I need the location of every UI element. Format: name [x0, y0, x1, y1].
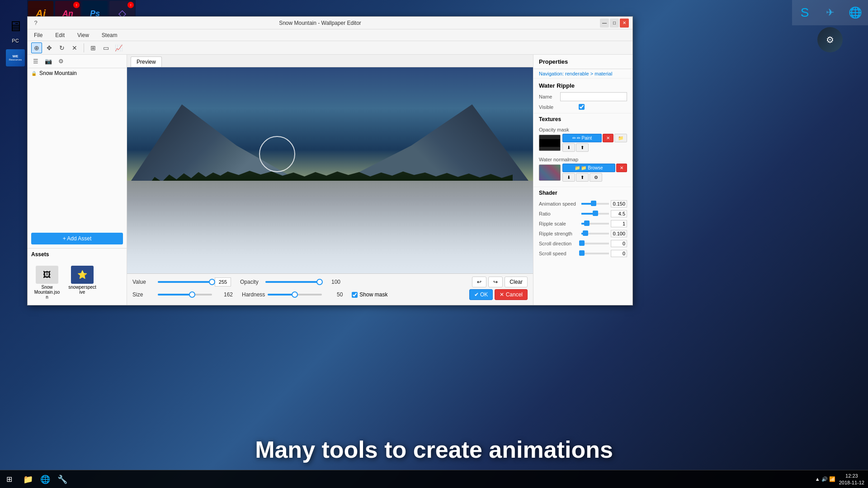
- undo-button[interactable]: ↩: [472, 277, 486, 287]
- settings-icon[interactable]: ⚙: [57, 57, 66, 66]
- size-fill: [158, 294, 192, 296]
- browse-button[interactable]: 📁 📁 Browse: [562, 164, 615, 172]
- value-thumb[interactable]: [209, 279, 215, 285]
- normalmap-delete-button[interactable]: ✕: [616, 164, 627, 172]
- taskbar-settings[interactable]: 🔧: [54, 471, 71, 488]
- shader-slider-2[interactable]: [581, 223, 609, 225]
- tool-close[interactable]: ✕: [69, 42, 80, 53]
- menu-steam[interactable]: Steam: [99, 31, 120, 39]
- shader-slider-5[interactable]: [581, 253, 609, 254]
- tool-refresh[interactable]: ↻: [57, 42, 67, 53]
- opacity-download-button[interactable]: ⬇: [562, 143, 575, 152]
- list-view-icon[interactable]: ☰: [31, 57, 40, 66]
- shader-slider-0[interactable]: [581, 203, 609, 205]
- properties-nav[interactable]: Navigation: renderable > material: [533, 69, 632, 79]
- opacity-thumb[interactable]: [316, 279, 323, 285]
- value-input[interactable]: [215, 277, 231, 286]
- redo-button[interactable]: ↪: [488, 277, 503, 287]
- taskbar-browser[interactable]: 🌐: [37, 471, 53, 488]
- value-control: Value: [132, 277, 231, 286]
- tool-select[interactable]: ⊕: [31, 42, 42, 53]
- normalmap-download-button[interactable]: ⬇: [562, 173, 575, 182]
- value-slider[interactable]: [158, 281, 212, 283]
- shader-thumb-4[interactable]: [579, 240, 585, 246]
- size-slider[interactable]: [158, 294, 212, 296]
- assets-grid: 🖼 SnowMountain.json ⭐ snowperspective: [28, 260, 127, 305]
- telegram-icon[interactable]: ✈: [817, 0, 843, 25]
- shader-slider-3[interactable]: [581, 233, 609, 235]
- tool-move[interactable]: ✥: [44, 42, 55, 53]
- maximize-button[interactable]: □: [610, 19, 619, 28]
- hardness-slider[interactable]: [268, 294, 322, 296]
- opacity-delete-button[interactable]: ✕: [603, 134, 613, 142]
- add-asset-button[interactable]: + Add Asset: [31, 233, 123, 244]
- menu-file[interactable]: File: [31, 31, 45, 39]
- opacity-folder-button[interactable]: 📁: [614, 134, 627, 142]
- shader-thumb-3[interactable]: [583, 230, 588, 236]
- toolbar-separator-1: [84, 43, 84, 52]
- shader-thumb-0[interactable]: [591, 201, 596, 206]
- start-button[interactable]: ⊞: [0, 470, 18, 488]
- normalmap-settings-button[interactable]: ⚙: [590, 173, 602, 182]
- clock-time: 12:23: [839, 473, 864, 479]
- water-normalmap-thumb: [539, 164, 561, 181]
- camera-icon[interactable]: 📷: [44, 57, 53, 66]
- vs-badge: !: [127, 2, 134, 8]
- tool-graph[interactable]: 📈: [113, 42, 124, 53]
- tool-grid[interactable]: ⊞: [88, 42, 99, 53]
- opacity-mask-label: Opacity mask: [539, 127, 627, 132]
- menu-view[interactable]: View: [75, 31, 92, 39]
- tex-btn-row-2: ⬇ ⬆: [562, 143, 627, 152]
- desktop-icon-we[interactable]: WE Resources: [2, 45, 29, 70]
- right-corner-icons: S ✈ 🌐 ⚙: [792, 0, 868, 54]
- asset-item-snowperspective[interactable]: ⭐ snowperspective: [66, 264, 98, 301]
- normalmap-upload-button[interactable]: ⬆: [576, 173, 589, 182]
- close-button[interactable]: ✕: [620, 19, 629, 28]
- asset-item-snowmountain[interactable]: 🖼 SnowMountain.json: [31, 264, 63, 301]
- tool-frame[interactable]: ▭: [100, 42, 111, 53]
- normalmap-btn-row-1: 📁 📁 Browse ✕: [562, 164, 627, 172]
- name-input[interactable]: [560, 92, 627, 101]
- menu-edit[interactable]: Edit: [52, 31, 67, 39]
- help-button[interactable]: ?: [31, 19, 40, 28]
- textures-section: Textures Opacity mask ✏: [533, 113, 632, 185]
- clear-button[interactable]: Clear: [505, 277, 528, 287]
- shader-row-1: Ratio 4.5: [533, 209, 632, 219]
- steam-icon[interactable]: ⚙: [817, 27, 843, 52]
- cancel-button[interactable]: ✕ Cancel: [495, 289, 528, 300]
- skype-icon[interactable]: S: [792, 0, 817, 25]
- tree-item-label: Snow Mountain: [39, 70, 77, 76]
- desktop-icon-pc[interactable]: 🖥 PC: [2, 14, 29, 45]
- shader-thumb-5[interactable]: [579, 250, 585, 256]
- properties-title: Properties: [533, 55, 632, 69]
- water-normalmap-item: Water normalmap 📁 📁 Browse ✕: [533, 155, 632, 185]
- size-control: Size 162: [132, 291, 233, 298]
- chrome-icon[interactable]: 🌐: [843, 0, 868, 25]
- shader-thumb-1[interactable]: [593, 211, 598, 216]
- minimize-button[interactable]: —: [600, 19, 609, 28]
- opacity-slider[interactable]: [265, 281, 320, 283]
- shader-row-5: Scroll speed 0: [533, 249, 632, 258]
- pc-icon: 🖥: [5, 15, 26, 37]
- taskbar-file-explorer[interactable]: 📁: [20, 471, 36, 488]
- shader-slider-1[interactable]: [581, 213, 609, 215]
- size-thumb[interactable]: [189, 291, 195, 298]
- ok-button[interactable]: ✔ OK: [469, 289, 493, 300]
- show-mask-label[interactable]: Show mask: [352, 291, 387, 298]
- taskbar-right: ▲ 🔊 📶 12:23 2018-11-12: [815, 473, 868, 486]
- show-mask-checkbox[interactable]: [352, 292, 358, 298]
- paint-button[interactable]: ✏ ✏ Paint: [562, 134, 602, 142]
- shader-thumb-2[interactable]: [584, 221, 590, 226]
- textures-title: Textures: [533, 113, 632, 125]
- hardness-thumb[interactable]: [292, 291, 298, 298]
- notification-badge: !: [73, 2, 80, 8]
- visible-checkbox[interactable]: [579, 104, 585, 110]
- name-label: Name: [539, 94, 557, 99]
- tree-item-snowmountain[interactable]: 🔒 Snow Mountain: [28, 68, 127, 78]
- asset-thumb-snowperspective: ⭐: [71, 266, 94, 284]
- canvas-area[interactable]: [127, 67, 533, 273]
- opacity-upload-button[interactable]: ⬆: [576, 143, 589, 152]
- taskbar-icons: 📁 🌐 🔧: [18, 471, 72, 488]
- shader-slider-4[interactable]: [581, 243, 609, 244]
- preview-tab[interactable]: Preview: [131, 56, 162, 67]
